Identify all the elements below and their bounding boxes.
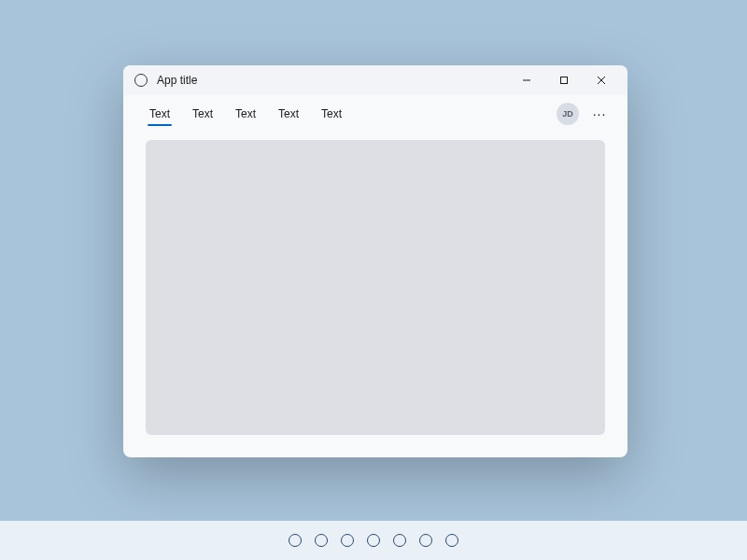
content-placeholder	[146, 140, 605, 435]
app-icon	[134, 74, 148, 87]
window-titlebar[interactable]: App title	[123, 65, 627, 95]
minimize-button[interactable]	[508, 67, 545, 93]
taskbar-item-6[interactable]	[445, 534, 458, 547]
tab-3[interactable]: Text	[267, 98, 310, 130]
content-area	[123, 133, 627, 457]
taskbar-item-5[interactable]	[419, 534, 432, 547]
minimize-icon	[522, 76, 531, 85]
tab-2[interactable]: Text	[224, 98, 267, 130]
close-button[interactable]	[583, 67, 620, 93]
tab-4[interactable]: Text	[310, 98, 353, 130]
taskbar-item-3[interactable]	[367, 534, 380, 547]
tab-bar: Text Text Text Text Text JD ···	[123, 95, 627, 133]
tab-1[interactable]: Text	[181, 98, 224, 130]
window-controls	[508, 67, 620, 93]
taskbar-item-2[interactable]	[341, 534, 354, 547]
user-avatar[interactable]: JD	[557, 103, 579, 125]
maximize-button[interactable]	[545, 67, 583, 93]
app-title: App title	[157, 74, 508, 87]
taskbar	[0, 521, 747, 560]
close-icon	[597, 76, 606, 85]
taskbar-item-1[interactable]	[315, 534, 328, 547]
taskbar-item-0[interactable]	[289, 534, 302, 547]
app-window: App title Text Text Text Text Text JD ·	[123, 65, 627, 457]
maximize-icon	[559, 76, 569, 85]
tab-0[interactable]: Text	[138, 98, 181, 130]
svg-rect-1	[561, 77, 568, 84]
desktop: App title Text Text Text Text Text JD ·	[0, 0, 747, 560]
more-button[interactable]: ···	[586, 101, 613, 127]
taskbar-item-4[interactable]	[393, 534, 406, 547]
